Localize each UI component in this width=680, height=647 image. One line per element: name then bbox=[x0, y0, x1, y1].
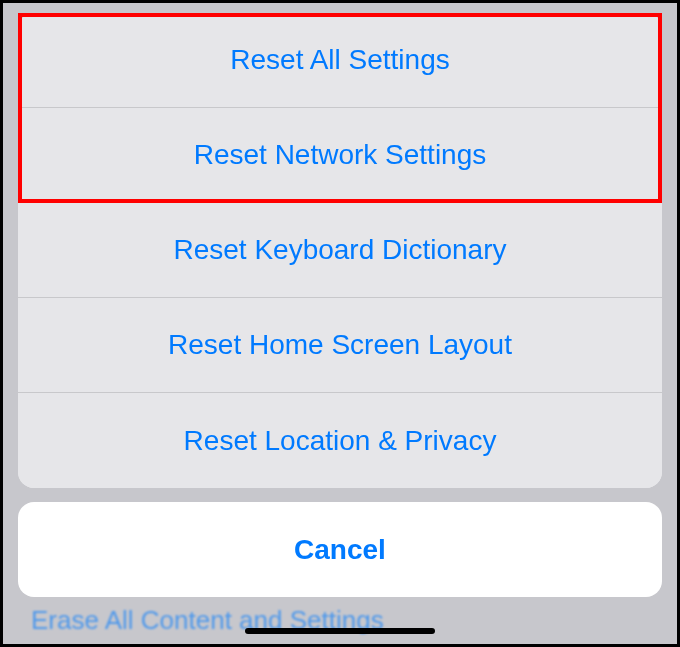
option-label: Reset Location & Privacy bbox=[184, 425, 497, 457]
cancel-label: Cancel bbox=[294, 534, 386, 566]
home-indicator[interactable] bbox=[245, 628, 435, 634]
reset-home-screen-layout-option[interactable]: Reset Home Screen Layout bbox=[18, 298, 662, 393]
reset-keyboard-dictionary-option[interactable]: Reset Keyboard Dictionary bbox=[18, 203, 662, 298]
option-label: Reset Home Screen Layout bbox=[168, 329, 512, 361]
option-label: Reset All Settings bbox=[230, 44, 449, 76]
action-sheet: Reset All Settings Reset Network Setting… bbox=[18, 13, 662, 597]
reset-options-group: Reset All Settings Reset Network Setting… bbox=[18, 13, 662, 488]
reset-network-settings-option[interactable]: Reset Network Settings bbox=[18, 108, 662, 203]
cancel-button[interactable]: Cancel bbox=[18, 502, 662, 597]
reset-location-privacy-option[interactable]: Reset Location & Privacy bbox=[18, 393, 662, 488]
option-label: Reset Network Settings bbox=[194, 139, 487, 171]
reset-all-settings-option[interactable]: Reset All Settings bbox=[18, 13, 662, 108]
option-label: Reset Keyboard Dictionary bbox=[173, 234, 506, 266]
